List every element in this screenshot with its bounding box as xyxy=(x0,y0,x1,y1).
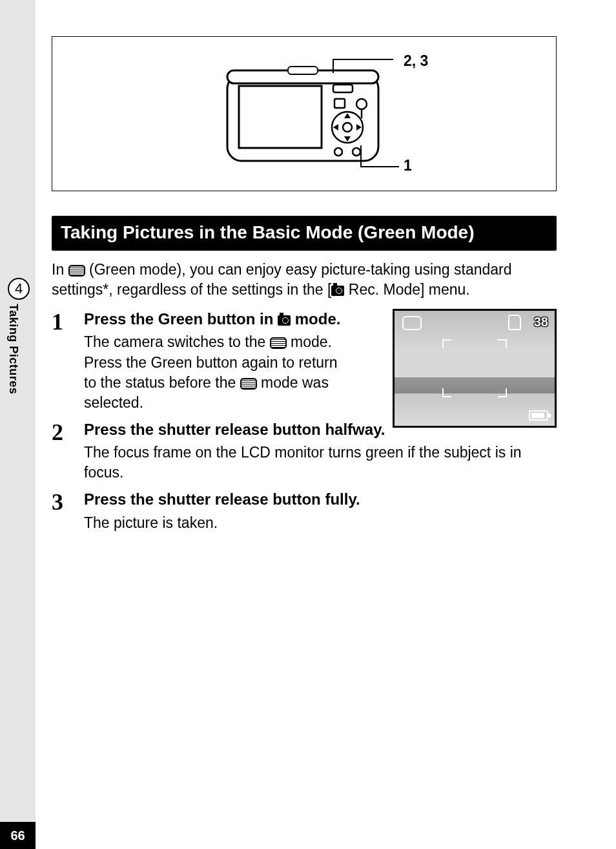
step-number: 2 xyxy=(52,419,84,483)
camera-inline-icon xyxy=(331,286,344,296)
green-mode-inline-icon xyxy=(270,337,287,349)
intro-paragraph: In (Green mode), you can enjoy easy pict… xyxy=(52,260,557,300)
green-mode-inline-icon xyxy=(68,265,85,277)
lcd-battery-icon xyxy=(529,410,548,421)
svg-point-9 xyxy=(343,123,352,132)
chapter-side-tab: 4 Taking Pictures xyxy=(6,278,31,394)
camera-back-illustration xyxy=(223,56,382,173)
step-2: 2 Press the shutter release button halfw… xyxy=(52,419,557,483)
svg-marker-10 xyxy=(344,113,351,118)
step-number: 3 xyxy=(52,489,84,532)
svg-rect-2 xyxy=(288,67,318,74)
chapter-number: 4 xyxy=(8,278,30,300)
chapter-label: Taking Pictures xyxy=(6,304,20,394)
green-mode-icon xyxy=(540,233,557,245)
lcd-card-icon xyxy=(508,315,521,330)
callout-green-button: 1 xyxy=(404,157,412,174)
intro-text-3: Rec. Mode] menu. xyxy=(344,281,469,298)
svg-rect-3 xyxy=(239,86,322,148)
step-description: The focus frame on the LCD monitor turns… xyxy=(84,443,557,483)
step-heading: Press the shutter release button fully. xyxy=(84,489,557,510)
step-description: The picture is taken. xyxy=(84,513,557,533)
section-title: Taking Pictures in the Basic Mode (Green… xyxy=(52,216,557,251)
svg-marker-12 xyxy=(333,124,338,131)
step-heading: Press the Green button in mode. xyxy=(84,309,342,330)
page-content: 2, 3 1 Taking Pictures in the Basic Mode… xyxy=(52,36,557,540)
lcd-preview: 38 xyxy=(393,309,557,428)
svg-point-14 xyxy=(334,148,342,156)
step-3: 3 Press the shutter release button fully… xyxy=(52,489,557,532)
step-description: The camera switches to the mode. Press t… xyxy=(84,332,342,412)
svg-point-15 xyxy=(353,148,360,156)
steps-area: 38 1 Press the Green button in mode. The… xyxy=(52,309,557,533)
lcd-remaining-count: 38 xyxy=(534,315,548,330)
camera-inline-icon xyxy=(278,315,291,326)
svg-rect-4 xyxy=(333,85,353,92)
green-mode-inline-icon xyxy=(240,378,257,390)
page-left-gutter xyxy=(0,0,36,849)
svg-rect-5 xyxy=(334,99,345,108)
svg-point-6 xyxy=(356,99,367,109)
callout-shutter-button: 2, 3 xyxy=(404,52,428,70)
svg-marker-11 xyxy=(344,136,351,142)
page-number: 66 xyxy=(0,822,36,849)
svg-marker-13 xyxy=(356,124,362,131)
intro-text-1: In xyxy=(52,261,68,278)
step-number: 1 xyxy=(52,309,84,413)
lcd-mode-icon xyxy=(402,316,422,330)
camera-diagram: 2, 3 1 xyxy=(52,36,557,191)
